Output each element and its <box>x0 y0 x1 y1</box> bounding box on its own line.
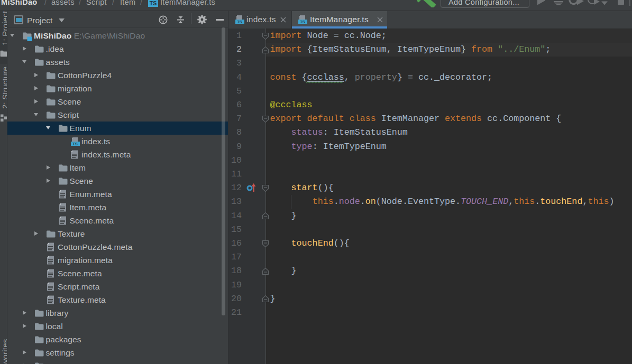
svg-text:TS: TS <box>237 20 242 24</box>
svg-text:TS: TS <box>300 20 305 24</box>
svg-text:TS: TS <box>72 142 78 146</box>
svg-text:TS: TS <box>150 0 157 6</box>
